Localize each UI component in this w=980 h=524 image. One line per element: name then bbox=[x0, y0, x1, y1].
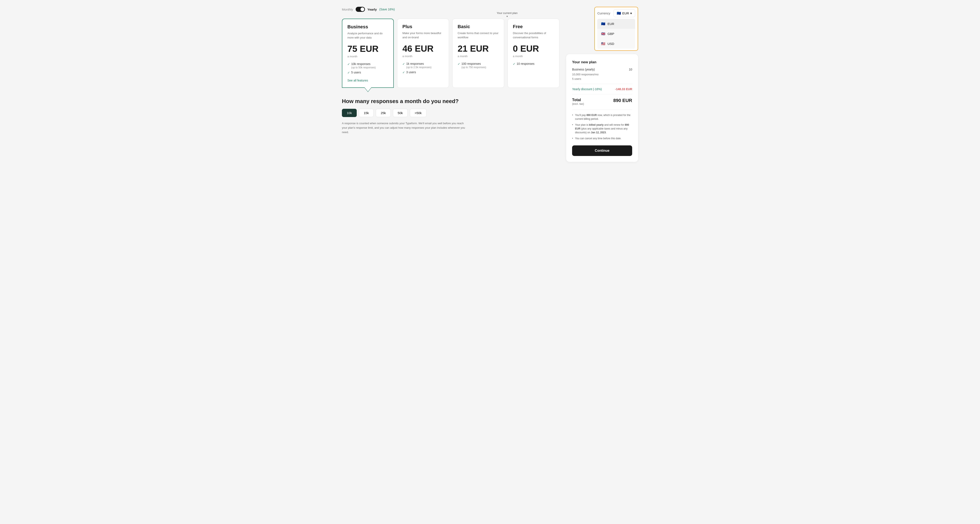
plan-desc-basic: Create forms that connect to your workfl… bbox=[458, 31, 499, 39]
plan-price-plus: 46 EUR bbox=[402, 44, 444, 54]
feature-text: 5 users bbox=[351, 71, 361, 74]
currency-option-usd[interactable]: 🇺🇸 USD bbox=[597, 39, 635, 49]
responses-section: How many responses a month do you need? … bbox=[342, 98, 559, 134]
summary-title: Your new plan bbox=[572, 60, 632, 64]
discount-row: Yearly discount (-16%) -148.33 EUR bbox=[572, 88, 632, 91]
summary-plan-value: 10 bbox=[629, 68, 632, 71]
plan-period-free: a month bbox=[513, 54, 554, 58]
summary-users: 5 users bbox=[572, 77, 632, 80]
sidebar: Currency 🇪🇺 EUR ▾ 🇪🇺 EUR 🇬🇧 bbox=[566, 7, 638, 162]
see-all-features-link[interactable]: See all features bbox=[347, 79, 368, 82]
plan-price-free: 0 EUR bbox=[513, 44, 554, 54]
gbp-flag: 🇬🇧 bbox=[601, 32, 605, 36]
plan-features-basic: ✓100 responses(up to 750 responses) bbox=[458, 62, 499, 69]
plan-card-free[interactable]: Free Discover the possibilities of conve… bbox=[508, 19, 559, 88]
billing-toggle[interactable] bbox=[356, 7, 365, 12]
check-icon: ✓ bbox=[347, 62, 350, 66]
yearly-label: Yearly bbox=[368, 8, 377, 11]
total-label: Total bbox=[572, 98, 584, 102]
currency-dropdown: 🇪🇺 EUR 🇬🇧 GBP 🇺🇸 USD bbox=[597, 19, 635, 49]
currency-select-btn[interactable]: 🇪🇺 EUR ▾ bbox=[614, 9, 635, 17]
check-icon: ✓ bbox=[513, 62, 515, 65]
plan-desc-plus: Make your forms more beautiful and on-br… bbox=[402, 31, 444, 39]
total-label-group: Total (excl. tax) bbox=[572, 98, 584, 105]
currency-option-label: GBP bbox=[608, 32, 614, 35]
response-btn-10k[interactable]: 10k bbox=[342, 109, 357, 117]
summary-plan-name: Business (yearly) bbox=[572, 68, 595, 71]
note-item-2: Your plan is billed yearly and will rene… bbox=[572, 123, 632, 134]
plan-price-basic: 21 EUR bbox=[458, 44, 499, 54]
total-section: Total (excl. tax) 890 EUR bbox=[572, 98, 632, 105]
currency-section: Currency 🇪🇺 EUR ▾ 🇪🇺 EUR 🇬🇧 bbox=[594, 7, 638, 51]
currency-option-eur[interactable]: 🇪🇺 EUR bbox=[597, 19, 635, 29]
plan-desc-free: Discover the possibilities of conversati… bbox=[513, 31, 554, 39]
usd-flag: 🇺🇸 bbox=[601, 42, 605, 46]
chevron-down-icon: ▾ bbox=[630, 11, 632, 15]
plan-name-basic: Basic bbox=[458, 24, 499, 29]
feature-text: 3 users bbox=[406, 70, 416, 74]
response-btn-25k[interactable]: 25k bbox=[376, 109, 391, 117]
plans-grid: Your current plan ▼ Business Analyze per… bbox=[342, 19, 559, 88]
note-item-3: You can cancel any time before this date… bbox=[572, 137, 632, 140]
responses-note: A response is counted when someone submi… bbox=[342, 121, 469, 134]
feature-text: 10 responses bbox=[517, 62, 535, 65]
summary-responses: 10,000 responses/mo bbox=[572, 73, 632, 76]
summary-plan-row: Business (yearly) 10 bbox=[572, 68, 632, 71]
plan-name-plus: Plus bbox=[402, 24, 444, 29]
eur-flag: 🇪🇺 bbox=[601, 22, 605, 26]
responses-buttons: 10k 15k 25k 50k >50k bbox=[342, 109, 559, 117]
plan-summary: Your new plan Business (yearly) 10 10,00… bbox=[566, 54, 638, 162]
response-btn-15k[interactable]: 15k bbox=[359, 109, 374, 117]
currency-label: Currency bbox=[597, 11, 610, 15]
current-plan-indicator: Your current plan bbox=[497, 11, 518, 14]
plan-features-free: ✓10 responses bbox=[513, 62, 554, 65]
responses-title: How many responses a month do you need? bbox=[342, 98, 559, 105]
save-badge: (Save 16%) bbox=[379, 8, 395, 11]
check-icon: ✓ bbox=[347, 71, 350, 74]
plan-period-basic: a month bbox=[458, 54, 499, 58]
plan-name-business: Business bbox=[347, 24, 388, 30]
note-item-1: You'll pay 890 EUR now, which is prorate… bbox=[572, 113, 632, 121]
plan-card-plus[interactable]: Plus Make your forms more beautiful and … bbox=[397, 19, 449, 88]
total-value: 890 EUR bbox=[613, 98, 632, 103]
check-icon: ✓ bbox=[402, 71, 405, 74]
divider-3 bbox=[572, 110, 632, 110]
plan-card-basic[interactable]: Basic Create forms that connect to your … bbox=[452, 19, 504, 88]
plan-features-plus: ✓1k responses(up to 2.5k responses) ✓3 u… bbox=[402, 62, 444, 74]
currency-option-label: EUR bbox=[608, 22, 614, 25]
discount-label: Yearly discount (-16%) bbox=[572, 88, 602, 91]
discount-value: -148.33 EUR bbox=[615, 88, 632, 91]
divider-2 bbox=[572, 94, 632, 94]
currency-option-label: USD bbox=[608, 42, 614, 46]
eur-flag: 🇪🇺 bbox=[617, 11, 621, 15]
plan-features-business: ✓10k responses(up to 50k responses) ✓5 u… bbox=[347, 62, 388, 74]
divider bbox=[572, 84, 632, 84]
feature-text: 10k responses(up to 50k responses) bbox=[351, 62, 376, 69]
feature-text: 1k responses(up to 2.5k responses) bbox=[406, 62, 431, 69]
response-btn-50k-plus[interactable]: >50k bbox=[410, 109, 426, 117]
continue-button[interactable]: Continue bbox=[572, 145, 632, 156]
monthly-label: Monthly bbox=[342, 8, 353, 11]
notes-section: You'll pay 890 EUR now, which is prorate… bbox=[572, 113, 632, 140]
check-icon: ✓ bbox=[402, 62, 405, 65]
plan-card-business[interactable]: Business Analyze performance and do more… bbox=[342, 19, 394, 88]
total-row: Total (excl. tax) 890 EUR bbox=[572, 98, 632, 105]
plan-period-plus: a month bbox=[402, 54, 444, 58]
feature-text: 100 responses(up to 750 responses) bbox=[461, 62, 486, 69]
response-btn-50k[interactable]: 50k bbox=[393, 109, 408, 117]
currency-selected: EUR bbox=[622, 11, 629, 15]
check-icon: ✓ bbox=[458, 62, 460, 65]
plan-name-free: Free bbox=[513, 24, 554, 29]
total-sublabel: (excl. tax) bbox=[572, 102, 584, 105]
plan-price-business: 75 EUR bbox=[347, 44, 388, 54]
currency-option-gbp[interactable]: 🇬🇧 GBP bbox=[597, 29, 635, 39]
plan-desc-business: Analyze performance and do more with you… bbox=[347, 31, 388, 40]
plan-period-business: a month bbox=[347, 55, 388, 58]
